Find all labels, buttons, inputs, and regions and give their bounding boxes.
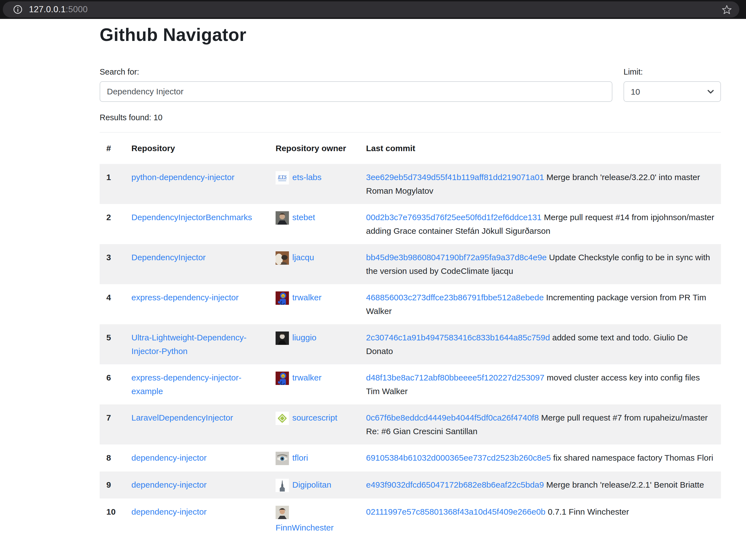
owner-link[interactable]: ljacqu [292, 253, 314, 262]
repositories-table: # Repository Repository owner Last commi… [99, 132, 721, 541]
repo-link[interactable]: LaravelDependencyInjector [132, 413, 233, 422]
table-row: 2 DependencyInjectorBenchmarks stebet 00… [99, 204, 721, 244]
ets-labs-logo-icon: ETS [276, 171, 289, 184]
commit-hash-link[interactable]: 2c30746c1a91b4947583416c833b1644a85c759d [366, 333, 550, 342]
commit-hash-link[interactable]: bb45d9e3b98608047190bf72a95fa9a37d8c4e9e [366, 253, 547, 262]
repo-link[interactable]: dependency-injector [132, 480, 206, 489]
owner-link[interactable]: FinnWinchester [276, 521, 353, 534]
url-host: 127.0.0.1 [29, 4, 66, 14]
table-row: 3 DependencyInjector ljacqu bb45d9e3b986… [99, 244, 721, 284]
owner-link[interactable]: liuggio [292, 333, 316, 342]
sourcescript-diamond-logo-icon [276, 412, 289, 425]
repo-link[interactable]: python-dependency-injector [132, 173, 234, 182]
results-count: Results found: 10 [99, 113, 721, 122]
commit-hash-link[interactable]: d48f13be8ac712abf80bbeeee5f120227d253097 [366, 373, 544, 382]
header-repository-owner: Repository owner [269, 132, 360, 164]
row-number: 8 [99, 444, 125, 471]
commit-message: Merge branch 'release/2.2.1' Benoit Bria… [546, 480, 704, 489]
table-row: 10 dependency-injector FinnWinchester 02… [99, 499, 721, 541]
address-bar[interactable]: 127.0.0.1:5000 [3, 1, 739, 18]
owner-link[interactable]: trwalker [292, 373, 321, 382]
table-row: 1 python-dependency-injector ETS ets-lab… [99, 164, 721, 204]
tflori-eye-photo-icon [276, 452, 289, 465]
row-number: 5 [99, 324, 125, 364]
commit-hash-link[interactable]: 468856003c273dffce23b86791fbbe512a8ebede [366, 293, 544, 302]
table-header-row: # Repository Repository owner Last commi… [99, 132, 721, 164]
header-last-commit: Last commit [360, 132, 721, 164]
url-port: :5000 [66, 4, 88, 14]
commit-hash-link[interactable]: 69105384b61032d000365ee737cd2523b260c8e5 [366, 453, 551, 462]
table-row: 7 LaravelDependencyInjector sourcescript… [99, 405, 721, 444]
row-number: 2 [99, 204, 125, 244]
repo-link[interactable]: dependency-injector [132, 507, 206, 516]
owner-link[interactable]: trwalker [292, 293, 321, 302]
owner-link[interactable]: tflori [292, 453, 308, 462]
header-number: # [99, 132, 125, 164]
row-number: 4 [99, 284, 125, 324]
repo-link[interactable]: express-dependency-injector [132, 293, 238, 302]
svg-text:ETS: ETS [278, 174, 286, 179]
info-icon[interactable] [13, 4, 23, 14]
repo-link[interactable]: DependencyInjectorBenchmarks [132, 213, 252, 222]
row-number: 6 [99, 364, 125, 405]
repo-link[interactable]: Ultra-Lightweight-Dependency-Injector-Py… [132, 333, 247, 356]
commit-hash-link[interactable]: 0c67f6be8eddcd4449eb4044f5df0ca26f4740f8 [366, 413, 539, 422]
star-icon[interactable] [721, 4, 732, 15]
row-number: 1 [99, 164, 125, 204]
limit-label: Limit: [624, 67, 721, 77]
search-input[interactable] [99, 81, 612, 102]
table-row: 8 dependency-injector tflori 69105384b61… [99, 444, 721, 471]
browser-toolbar: 127.0.0.1:5000 [0, 0, 746, 19]
trwalker-lego-photo-icon [276, 291, 289, 305]
commit-hash-link[interactable]: e493f9032dfcd65047172b682e8b6eaf22c5bda9 [366, 480, 544, 489]
url-text: 127.0.0.1:5000 [29, 4, 88, 14]
row-number: 3 [99, 244, 125, 284]
search-label: Search for: [99, 67, 612, 77]
row-number: 10 [99, 499, 125, 541]
liuggio-photo-icon [276, 331, 289, 345]
table-row: 9 dependency-injector Digipolitan e493f9… [99, 471, 721, 499]
commit-hash-link[interactable]: 02111997e57c85801368f43a10d45f409e266e0b [366, 507, 546, 516]
stebet-photo-icon [276, 211, 289, 225]
row-number: 7 [99, 405, 125, 444]
main-content: Github Navigator Search for: Limit: 10 R… [99, 25, 721, 541]
owner-link[interactable]: Digipolitan [292, 480, 331, 489]
owner-link[interactable]: stebet [292, 213, 315, 222]
table-row: 5 Ultra-Lightweight-Dependency-Injector-… [99, 324, 721, 364]
finnwinchester-photo-icon [276, 506, 289, 519]
commit-message: fix shared namespace factory Thomas Flor… [553, 453, 713, 462]
page-title: Github Navigator [99, 25, 721, 45]
repo-link[interactable]: dependency-injector [132, 453, 206, 462]
header-repository: Repository [125, 132, 269, 164]
ljacqu-cats-photo-icon [276, 251, 289, 265]
commit-message: 0.7.1 Finn Winchester [548, 507, 629, 516]
limit-select[interactable]: 10 [624, 81, 721, 102]
owner-link[interactable]: ets-labs [292, 173, 321, 182]
repo-link[interactable]: express-dependency-injector-example [132, 373, 241, 396]
commit-hash-link[interactable]: 00d2b3c7e76935d76f25ee50f6d1f2ef6ddce131 [366, 213, 542, 222]
trwalker-lego-photo-icon [276, 372, 289, 385]
table-row: 4 express-dependency-injector trwalker [99, 284, 721, 324]
table-row: 6 express-dependency-injector-example tr… [99, 364, 721, 405]
commit-hash-link[interactable]: 3ee629eb5d7349d55f41b119aff81dd219071a01 [366, 173, 544, 182]
digipolitan-building-logo-icon [276, 479, 289, 492]
repo-link[interactable]: DependencyInjector [132, 253, 206, 262]
search-form: Search for: Limit: 10 [99, 67, 721, 102]
owner-link[interactable]: sourcescript [292, 413, 337, 422]
row-number: 9 [99, 471, 125, 499]
